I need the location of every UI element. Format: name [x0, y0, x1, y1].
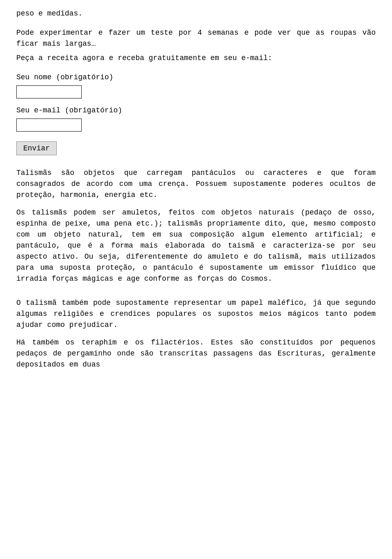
name-input[interactable] [16, 85, 82, 98]
email-field-group: Seu e-mail (obrigatório) [16, 105, 376, 132]
page-container: peso e medidas. Pode experimentar e faze… [16, 8, 376, 370]
submit-button[interactable]: Enviar [16, 141, 57, 155]
paragraph-1: Talismãs são objetos que carregam pantác… [16, 168, 376, 201]
email-input[interactable] [16, 119, 82, 132]
paragraph-3: O talismã também pode supostamente repre… [16, 297, 376, 331]
email-label: Seu e-mail (obrigatório) [16, 105, 376, 116]
signup-form: Seu nome (obrigatório) Seu e-mail (obrig… [16, 72, 376, 155]
name-field-group: Seu nome (obrigatório) [16, 72, 376, 98]
paragraph-4: Há também os teraphim e os filactérios. … [16, 337, 376, 370]
intro-line1: peso e medidas. [16, 8, 376, 19]
name-label: Seu nome (obrigatório) [16, 72, 376, 83]
intro-line2: Pode experimentar e fazer um teste por 4… [16, 27, 376, 49]
intro-line3: Peça a receita agora e receba gratuitame… [16, 53, 376, 64]
paragraph-2: Os talismãs podem ser amuletos, feitos c… [16, 207, 376, 284]
